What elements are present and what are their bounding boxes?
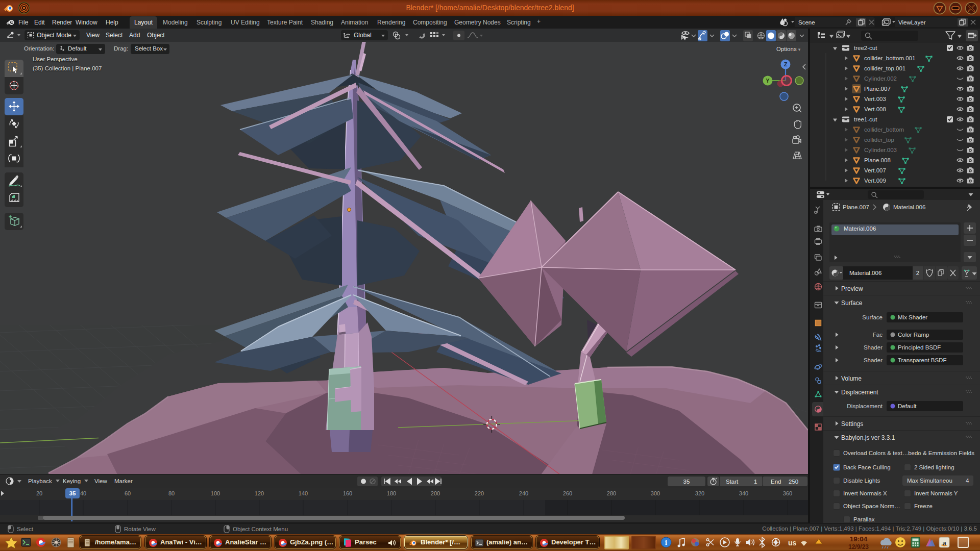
svg-text:Mix Shader: Mix Shader	[898, 314, 927, 320]
svg-text:Vert.007: Vert.007	[864, 167, 886, 173]
svg-text:tree2-cut: tree2-cut	[854, 45, 877, 51]
svg-text:Vert.003: Vert.003	[864, 96, 886, 102]
svg-text:Surface: Surface	[841, 299, 863, 307]
svg-text:Settings: Settings	[841, 420, 863, 428]
svg-text:End: End	[771, 479, 781, 485]
svg-text:collider_top.001: collider_top.001	[864, 65, 905, 71]
svg-text:160: 160	[343, 490, 352, 496]
svg-text:Y: Y	[766, 78, 770, 84]
svg-text:Parallax: Parallax	[853, 516, 875, 522]
svg-text:Overload Colors & text…bedo &: Overload Colors & text…bedo & Emmission …	[843, 450, 974, 456]
svg-text:Shader: Shader	[864, 357, 883, 363]
svg-text:Object Space Norm…: Object Space Norm…	[843, 503, 900, 509]
svg-text:35: 35	[69, 490, 76, 496]
svg-text:200: 200	[431, 490, 440, 496]
svg-text:360: 360	[783, 490, 792, 496]
svg-text:Object Context Menu: Object Context Menu	[233, 526, 288, 532]
svg-text:260: 260	[563, 490, 572, 496]
svg-text:Default: Default	[898, 403, 917, 409]
svg-text:250: 250	[789, 479, 798, 485]
svg-text:Preview: Preview	[841, 285, 863, 292]
svg-text:Disable Lights: Disable Lights	[843, 478, 880, 484]
svg-text:300: 300	[651, 490, 660, 496]
svg-text:Babylon.js ver 3.3.1: Babylon.js ver 3.3.1	[841, 434, 895, 441]
svg-text:Invert Normals X: Invert Normals X	[843, 490, 887, 496]
svg-text:220: 220	[475, 490, 484, 496]
svg-text:240: 240	[519, 490, 528, 496]
svg-text:Rotate View: Rotate View	[124, 526, 156, 532]
svg-text:Material.006: Material.006	[893, 204, 925, 210]
svg-text:Plane.007: Plane.007	[843, 204, 869, 210]
svg-text:Start: Start	[726, 479, 739, 485]
svg-text:Material.006: Material.006	[844, 226, 876, 232]
svg-text:80: 80	[168, 490, 175, 496]
svg-text:Z: Z	[784, 61, 788, 67]
svg-text:Max Simultaneou: Max Simultaneou	[907, 478, 952, 484]
svg-text:Select: Select	[17, 526, 34, 532]
svg-text:Keying: Keying	[63, 478, 81, 484]
svg-text:tree1-cut: tree1-cut	[854, 116, 877, 122]
svg-text:Surface: Surface	[862, 314, 883, 320]
svg-text:35: 35	[683, 479, 690, 485]
svg-text:us: us	[788, 539, 797, 547]
svg-text:Shader: Shader	[864, 344, 883, 350]
svg-text:i: i	[665, 539, 667, 546]
svg-text:280: 280	[607, 490, 616, 496]
svg-text:1: 1	[754, 479, 757, 485]
svg-text:Material.006: Material.006	[849, 270, 881, 276]
svg-text:Displacement: Displacement	[841, 389, 878, 396]
svg-text:Displacement: Displacement	[847, 403, 883, 409]
svg-text:Principled BSDF: Principled BSDF	[898, 344, 941, 350]
svg-text:100: 100	[211, 490, 220, 496]
svg-text:Freeze: Freeze	[914, 503, 933, 509]
svg-text:View: View	[94, 478, 107, 484]
svg-text:collider_bottom.001: collider_bottom.001	[864, 55, 915, 61]
svg-text:Cylinder.003: Cylinder.003	[864, 147, 897, 153]
svg-text:140: 140	[299, 490, 308, 496]
svg-text:2: 2	[916, 270, 919, 276]
svg-text:Plane.007: Plane.007	[864, 86, 891, 92]
svg-text:320: 320	[695, 490, 704, 496]
svg-text:Plane.008: Plane.008	[864, 157, 891, 163]
svg-text:120: 120	[255, 490, 264, 496]
svg-text:60: 60	[125, 490, 131, 496]
svg-text:Transparent BSDF: Transparent BSDF	[898, 357, 946, 363]
svg-text:2 Sided lighting: 2 Sided lighting	[914, 464, 954, 470]
svg-text:Cylinder.002: Cylinder.002	[864, 76, 897, 82]
svg-text:20: 20	[36, 490, 42, 496]
svg-text:collider_top: collider_top	[864, 137, 894, 143]
svg-text:Playback: Playback	[28, 478, 52, 484]
svg-text:Vert.008: Vert.008	[864, 106, 886, 112]
svg-text:Color Ramp: Color Ramp	[898, 332, 929, 338]
svg-text:Invert Normals Y: Invert Normals Y	[914, 490, 958, 496]
svg-text:Back Face Culling: Back Face Culling	[843, 464, 891, 470]
svg-text:40: 40	[80, 490, 86, 496]
svg-text:Marker: Marker	[114, 478, 133, 484]
svg-text:Volume: Volume	[841, 375, 862, 382]
svg-text:Fac: Fac	[873, 332, 883, 338]
svg-text:180: 180	[387, 490, 396, 496]
svg-text:4: 4	[966, 478, 969, 484]
svg-text:Vert.009: Vert.009	[864, 178, 886, 184]
svg-text:collider_bottom: collider_bottom	[864, 127, 904, 133]
svg-text:340: 340	[739, 490, 748, 496]
